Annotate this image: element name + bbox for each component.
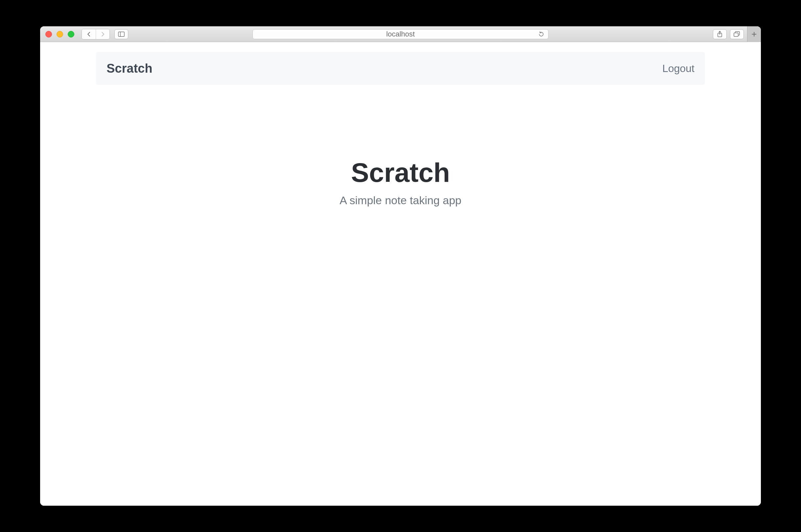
- address-bar[interactable]: localhost: [252, 29, 549, 39]
- back-button[interactable]: [82, 29, 96, 39]
- svg-rect-4: [734, 33, 738, 37]
- forward-button[interactable]: [96, 29, 110, 39]
- brand-link[interactable]: Scratch: [107, 61, 152, 76]
- logout-link[interactable]: Logout: [662, 62, 694, 75]
- chevron-left-icon: [87, 32, 91, 37]
- navigation-buttons: [81, 29, 110, 39]
- window-minimize-button[interactable]: [57, 31, 63, 37]
- url-text: localhost: [386, 30, 415, 38]
- tabs-button[interactable]: [730, 29, 744, 39]
- tabs-icon: [733, 31, 740, 37]
- hero-title: Scratch: [96, 157, 705, 188]
- share-button[interactable]: [713, 29, 727, 39]
- page-content: Scratch Logout Scratch A simple note tak…: [40, 42, 761, 506]
- hero-subtitle: A simple note taking app: [96, 194, 705, 207]
- toolbar-right: +: [713, 26, 756, 42]
- plus-icon: +: [751, 29, 757, 39]
- svg-rect-0: [118, 32, 124, 37]
- new-tab-button[interactable]: +: [747, 26, 761, 42]
- reload-button[interactable]: [538, 31, 544, 39]
- app-navbar: Scratch Logout: [96, 52, 705, 85]
- share-icon: [717, 31, 722, 37]
- sidebar-icon: [118, 32, 125, 37]
- chevron-right-icon: [101, 32, 105, 37]
- browser-title-bar: localhost: [40, 26, 761, 42]
- window-controls: [45, 31, 74, 37]
- window-close-button[interactable]: [45, 31, 52, 37]
- reload-icon: [538, 31, 544, 37]
- browser-window: localhost: [40, 26, 761, 506]
- hero-section: Scratch A simple note taking app: [96, 157, 705, 207]
- window-maximize-button[interactable]: [68, 31, 74, 37]
- sidebar-toggle-button[interactable]: [114, 29, 128, 39]
